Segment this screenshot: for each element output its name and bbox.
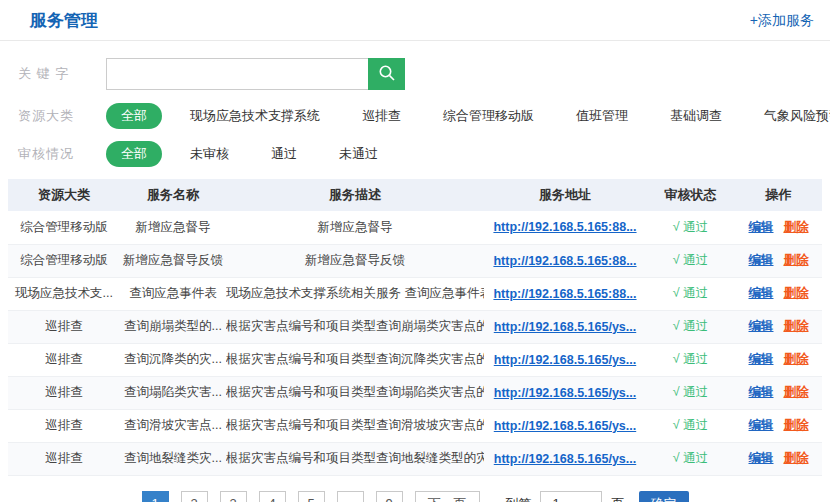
service-url-link[interactable]: http://192.168.5.165/ys... xyxy=(494,386,636,400)
edit-link[interactable]: 编辑 xyxy=(749,286,774,300)
table-row: 巡排查 查询沉降类的灾... 根据灾害点编号和项目类型查询沉降类灾害点的详...… xyxy=(8,343,822,376)
audit-option-failed[interactable]: 未通过 xyxy=(339,145,378,163)
cell-service-name: 查询地裂缝类灾... xyxy=(120,442,226,475)
delete-link[interactable]: 删除 xyxy=(784,319,809,333)
goto-page-input[interactable] xyxy=(540,491,602,502)
services-table: 资源大类 服务名称 服务描述 服务地址 审核状态 操作 综合管理移动版 新增应急… xyxy=(8,179,822,476)
category-option-duty-mgmt[interactable]: 值班管理 xyxy=(576,107,628,125)
status-badge: √ 通过 xyxy=(673,220,708,234)
audit-filter-label: 审核情况 xyxy=(18,145,106,163)
service-url-link[interactable]: http://192.168.5.165/ys... xyxy=(494,419,636,433)
service-url-link[interactable]: http://192.168.5.165/ys... xyxy=(494,452,636,466)
category-option-all[interactable]: 全部 xyxy=(106,103,162,129)
table-header-row: 资源大类 服务名称 服务描述 服务地址 审核状态 操作 xyxy=(8,179,822,211)
edit-link[interactable]: 编辑 xyxy=(749,418,774,432)
cell-description: 根据灾害点编号和项目类型查询地裂缝类型的灾害... xyxy=(226,442,484,475)
category-option-basic-survey[interactable]: 基础调查 xyxy=(670,107,722,125)
add-service-button[interactable]: +添加服务 xyxy=(750,12,814,30)
status-badge: √ 通过 xyxy=(673,451,708,465)
edit-link[interactable]: 编辑 xyxy=(749,352,774,366)
category-option-patrol[interactable]: 巡排查 xyxy=(362,107,401,125)
delete-link[interactable]: 删除 xyxy=(784,286,809,300)
delete-link[interactable]: 删除 xyxy=(784,253,809,267)
category-option-mobile-mgmt[interactable]: 综合管理移动版 xyxy=(443,107,534,125)
status-badge: √ 通过 xyxy=(673,319,708,333)
cell-category: 巡排查 xyxy=(8,442,120,475)
delete-link[interactable]: 删除 xyxy=(784,352,809,366)
service-url-link[interactable]: http://192.168.5.165:88... xyxy=(493,220,636,234)
cell-category: 巡排查 xyxy=(8,409,120,442)
col-category: 资源大类 xyxy=(8,179,120,211)
edit-link[interactable]: 编辑 xyxy=(749,220,774,234)
page-button-3[interactable]: 3 xyxy=(220,491,247,502)
delete-link[interactable]: 删除 xyxy=(784,418,809,432)
audit-option-unreviewed[interactable]: 未审核 xyxy=(190,145,229,163)
search-button[interactable] xyxy=(368,58,405,90)
delete-link[interactable]: 删除 xyxy=(784,385,809,399)
service-url-link[interactable]: http://192.168.5.165:88... xyxy=(493,287,636,301)
cell-category: 综合管理移动版 xyxy=(8,211,120,244)
delete-link[interactable]: 删除 xyxy=(784,220,809,234)
cell-description: 根据灾害点编号和项目类型查询沉降类灾害点的详... xyxy=(226,343,484,376)
filter-row-audit: 审核情况 全部 未审核 通过 未通过 xyxy=(18,142,830,166)
goto-suffix-label: 页 xyxy=(612,491,625,502)
cell-category: 巡排查 xyxy=(8,376,120,409)
delete-link[interactable]: 删除 xyxy=(784,451,809,465)
cell-service-name: 查询塌陷类灾害... xyxy=(120,376,226,409)
cell-description: 现场应急技术支撑系统相关服务 查询应急事件表 xyxy=(226,277,484,310)
table-row: 巡排查 查询塌陷类灾害... 根据灾害点编号和项目类型查询塌陷类灾害点的详...… xyxy=(8,376,822,409)
page-title: 服务管理 xyxy=(30,9,98,32)
category-filter-label: 资源大类 xyxy=(18,107,106,125)
page-button-5[interactable]: 5 xyxy=(298,491,325,502)
cell-category: 现场应急技术支... xyxy=(8,277,120,310)
page-button-2[interactable]: 2 xyxy=(181,491,208,502)
edit-link[interactable]: 编辑 xyxy=(749,385,774,399)
col-actions: 操作 xyxy=(735,179,822,211)
search-input[interactable] xyxy=(106,58,368,90)
cell-service-name: 查询沉降类的灾... xyxy=(120,343,226,376)
status-badge: √ 通过 xyxy=(673,286,708,300)
edit-link[interactable]: 编辑 xyxy=(749,253,774,267)
goto-prefix-label: 到第 xyxy=(506,491,532,502)
edit-link[interactable]: 编辑 xyxy=(749,319,774,333)
table-row: 综合管理移动版 新增应急督导反馈 新增应急督导反馈 http://192.168… xyxy=(8,244,822,277)
service-url-link[interactable]: http://192.168.5.165:88... xyxy=(493,254,636,268)
search-box xyxy=(106,58,405,90)
page-header: 服务管理 +添加服务 xyxy=(0,0,830,41)
table-row: 巡排查 查询地裂缝类灾... 根据灾害点编号和项目类型查询地裂缝类型的灾害...… xyxy=(8,442,822,475)
goto-page-group: 到第 页 确定 xyxy=(506,491,689,502)
category-option-field-emergency[interactable]: 现场应急技术支撑系统 xyxy=(190,107,320,125)
next-page-button[interactable]: 下一页 xyxy=(415,491,480,502)
table-row: 现场应急技术支... 查询应急事件表 现场应急技术支撑系统相关服务 查询应急事件… xyxy=(8,277,822,310)
cell-description: 新增应急督导 xyxy=(226,211,484,244)
cell-description: 根据灾害点编号和项目类型查询塌陷类灾害点的详... xyxy=(226,376,484,409)
cell-service-name: 新增应急督导反馈 xyxy=(120,244,226,277)
audit-option-all[interactable]: 全部 xyxy=(106,141,162,167)
status-badge: √ 通过 xyxy=(673,352,708,366)
col-description: 服务描述 xyxy=(226,179,484,211)
cell-description: 新增应急督导反馈 xyxy=(226,244,484,277)
search-icon xyxy=(378,64,396,85)
confirm-button[interactable]: 确定 xyxy=(639,491,689,502)
col-status: 审核状态 xyxy=(646,179,735,211)
cell-category: 巡排查 xyxy=(8,343,120,376)
page-ellipsis[interactable]: ... xyxy=(337,491,364,502)
audit-option-passed[interactable]: 通过 xyxy=(271,145,297,163)
table-row: 综合管理移动版 新增应急督导 新增应急督导 http://192.168.5.1… xyxy=(8,211,822,244)
edit-link[interactable]: 编辑 xyxy=(749,451,774,465)
cell-service-name: 查询应急事件表 xyxy=(120,277,226,310)
cell-service-name: 新增应急督导 xyxy=(120,211,226,244)
col-service-url: 服务地址 xyxy=(484,179,646,211)
category-option-weather-risk[interactable]: 气象风险预警系统 xyxy=(764,107,830,125)
page-button-9[interactable]: 9 xyxy=(376,491,403,502)
cell-description: 根据灾害点编号和项目类型查询滑坡坡灾害点的详... xyxy=(226,409,484,442)
service-url-link[interactable]: http://192.168.5.165/ys... xyxy=(494,320,636,334)
table-row: 巡排查 查询滑坡灾害点... 根据灾害点编号和项目类型查询滑坡坡灾害点的详...… xyxy=(8,409,822,442)
page-button-4[interactable]: 4 xyxy=(259,491,286,502)
page-button-1[interactable]: 1 xyxy=(142,491,169,502)
cell-description: 根据灾害点编号和项目类型查询崩塌类灾害点的详... xyxy=(226,310,484,343)
service-url-link[interactable]: http://192.168.5.165/ys... xyxy=(494,353,636,367)
cell-category: 巡排查 xyxy=(8,310,120,343)
col-service-name: 服务名称 xyxy=(120,179,226,211)
pagination: 1 2 3 4 5 ... 9 下一页 到第 页 确定 xyxy=(0,491,830,502)
